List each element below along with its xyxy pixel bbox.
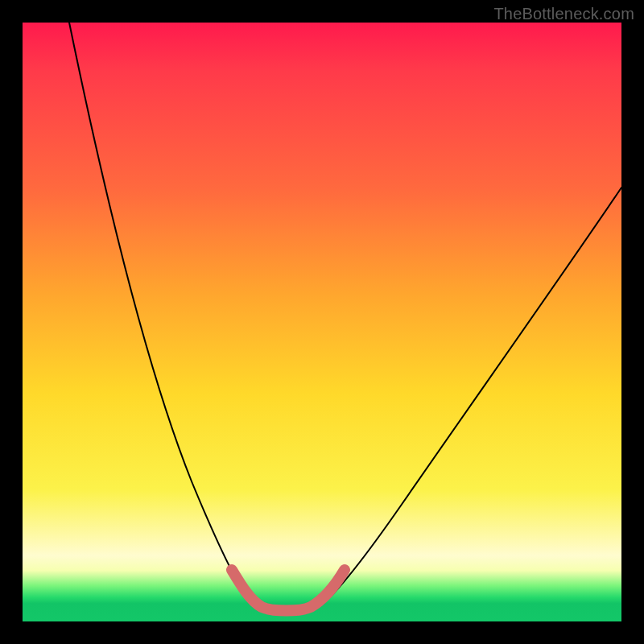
curves-svg — [23, 23, 621, 621]
right-curve — [322, 188, 621, 605]
watermark-text: TheBottleneck.com — [493, 5, 634, 23]
chart-frame: TheBottleneck.com — [0, 0, 644, 644]
left-curve — [69, 23, 250, 602]
plot-area — [23, 23, 621, 621]
valley-highlight — [232, 570, 345, 611]
